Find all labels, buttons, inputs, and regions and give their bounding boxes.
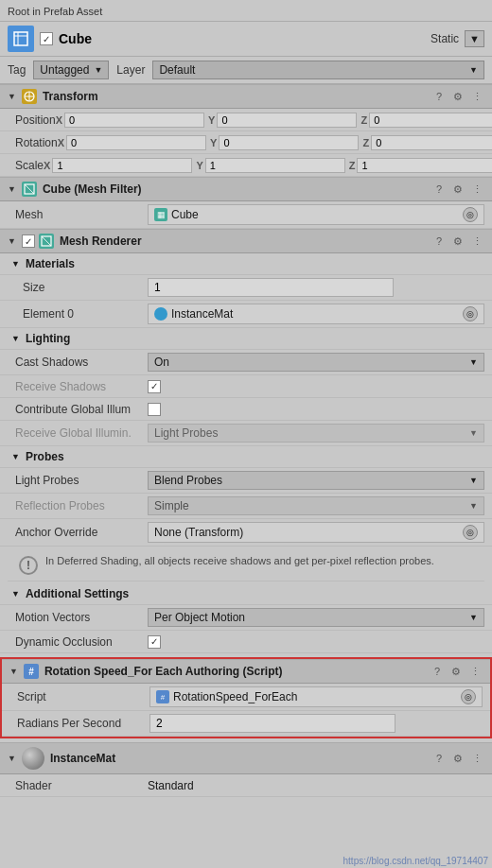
mesh-renderer-enabled-checkbox[interactable] bbox=[22, 234, 35, 248]
size-input[interactable]: 1 bbox=[148, 278, 394, 297]
mesh-renderer-icons: ? ⚙ ⋮ bbox=[431, 234, 484, 249]
script-row: Script # RotationSpeed_ForEach ◎ bbox=[2, 684, 490, 711]
contrib-global-checkbox[interactable] bbox=[148, 403, 161, 416]
transform-settings-icon[interactable]: ⚙ bbox=[450, 89, 466, 104]
sca-y-axis: Y bbox=[196, 160, 202, 171]
cast-shadows-value: On bbox=[154, 356, 169, 369]
material-sphere-icon bbox=[22, 747, 44, 770]
mesh-renderer-settings-icon[interactable]: ⚙ bbox=[450, 234, 466, 249]
scale-fields: X 1 Y 1 Z 1 bbox=[44, 158, 492, 173]
top-bar: Root in Prefab Asset bbox=[0, 0, 492, 22]
anchor-override-value: None (Transform) bbox=[154, 526, 243, 539]
scale-y-field: Y 1 bbox=[196, 158, 344, 173]
element0-select-button[interactable]: ◎ bbox=[463, 306, 478, 321]
receive-global-dropdown[interactable]: Light Probes ▼ bbox=[148, 424, 484, 443]
script-select-button[interactable]: ◎ bbox=[461, 689, 476, 704]
transform-more-icon[interactable]: ⋮ bbox=[469, 89, 484, 104]
dynamic-occlusion-checkbox[interactable] bbox=[148, 635, 161, 649]
rotation-fields: X 0 Y 0 Z 0 bbox=[58, 135, 492, 150]
layer-dropdown[interactable]: Default ▼ bbox=[152, 61, 484, 79]
reflection-probes-dropdown[interactable]: Simple ▼ bbox=[148, 496, 484, 515]
pos-x-input[interactable]: 0 bbox=[64, 113, 204, 128]
material-icons: ? ⚙ ⋮ bbox=[431, 751, 484, 766]
script-icon: # bbox=[24, 664, 39, 679]
transform-help-icon[interactable]: ? bbox=[431, 89, 447, 104]
element0-icon bbox=[154, 307, 167, 321]
svg-rect-0 bbox=[14, 32, 27, 45]
mesh-renderer-section-header[interactable]: ▼ Mesh Renderer ? ⚙ ⋮ bbox=[0, 229, 492, 253]
transform-icons: ? ⚙ ⋮ bbox=[431, 89, 484, 104]
material-settings-icon[interactable]: ⚙ bbox=[450, 751, 466, 766]
contrib-global-label: Contribute Global Illum bbox=[15, 403, 148, 416]
mesh-value-icon: ▦ bbox=[154, 208, 167, 221]
tag-arrow-icon: ▼ bbox=[94, 65, 102, 75]
static-dropdown-button[interactable]: ▼ bbox=[465, 30, 484, 47]
script-settings-icon[interactable]: ⚙ bbox=[448, 664, 464, 679]
object-active-checkbox[interactable] bbox=[40, 32, 53, 45]
receive-shadows-checkbox[interactable] bbox=[148, 380, 161, 393]
mesh-select-button[interactable]: ◎ bbox=[463, 207, 478, 222]
static-label: Static bbox=[430, 32, 459, 45]
scale-row: Scale X 1 Y 1 Z 1 bbox=[0, 154, 492, 177]
pos-y-input[interactable]: 0 bbox=[217, 113, 357, 128]
probes-sub-header[interactable]: ▼ Probes bbox=[0, 446, 492, 468]
light-probes-row: Light Probes Blend Probes ▼ bbox=[0, 468, 492, 494]
script-help-icon[interactable]: ? bbox=[430, 664, 445, 679]
size-row: Size 1 bbox=[0, 275, 492, 301]
size-label: Size bbox=[15, 281, 148, 294]
cast-shadows-row: Cast Shadows On ▼ bbox=[0, 350, 492, 375]
radians-row: Radians Per Second 2 bbox=[2, 711, 490, 737]
cast-shadows-label: Cast Shadows bbox=[15, 356, 148, 369]
receive-global-arrow-icon: ▼ bbox=[469, 428, 478, 438]
sca-y-input[interactable]: 1 bbox=[205, 158, 345, 173]
position-fields: X 0 Y 0 Z 0 bbox=[56, 113, 492, 128]
additional-settings-sub-header[interactable]: ▼ Additional Settings bbox=[0, 583, 492, 605]
script-more-icon[interactable]: ⋮ bbox=[467, 664, 483, 679]
light-probes-label: Light Probes bbox=[15, 474, 148, 487]
light-probes-dropdown[interactable]: Blend Probes ▼ bbox=[148, 471, 484, 490]
script-section-header[interactable]: ▼ # Rotation Speed_For Each Authoring (S… bbox=[2, 659, 490, 684]
tag-dropdown[interactable]: Untagged ▼ bbox=[33, 61, 109, 79]
cast-shadows-dropdown[interactable]: On ▼ bbox=[148, 353, 484, 372]
reflection-probes-row: Reflection Probes Simple ▼ bbox=[0, 494, 492, 519]
receive-global-row: Receive Global Illumin. Light Probes ▼ bbox=[0, 421, 492, 446]
sca-z-input[interactable]: 1 bbox=[357, 158, 492, 173]
anchor-override-select-button[interactable]: ◎ bbox=[463, 525, 478, 540]
mesh-filter-section-header[interactable]: ▼ Cube (Mesh Filter) ? ⚙ ⋮ bbox=[0, 177, 492, 201]
tag-layer-row: Tag Untagged ▼ Layer Default ▼ bbox=[0, 57, 492, 84]
contrib-global-row: Contribute Global Illum bbox=[0, 398, 492, 421]
mesh-row: Mesh ▦ Cube ◎ bbox=[0, 201, 492, 229]
rot-x-input[interactable]: 0 bbox=[66, 135, 206, 150]
rotation-row: Rotation X 0 Y 0 Z 0 bbox=[0, 131, 492, 154]
mesh-renderer-help-icon[interactable]: ? bbox=[431, 234, 447, 249]
material-section-header[interactable]: ▼ InstanceMat ? ⚙ ⋮ bbox=[0, 742, 492, 774]
additional-collapse-icon: ▼ bbox=[11, 589, 20, 599]
materials-sub-header[interactable]: ▼ Materials bbox=[0, 253, 492, 275]
rotation-z-field: Z 0 bbox=[362, 135, 492, 150]
mesh-filter-settings-icon[interactable]: ⚙ bbox=[450, 182, 466, 197]
position-x-field: X 0 bbox=[56, 113, 204, 128]
motion-vectors-dropdown[interactable]: Per Object Motion ▼ bbox=[148, 608, 484, 627]
transform-section-header[interactable]: ▼ Transform ? ⚙ ⋮ bbox=[0, 84, 492, 109]
mesh-renderer-more-icon[interactable]: ⋮ bbox=[469, 234, 484, 249]
sca-x-input[interactable]: 1 bbox=[52, 158, 192, 173]
material-help-icon[interactable]: ? bbox=[431, 751, 447, 766]
mesh-renderer-title: Mesh Renderer bbox=[60, 234, 426, 248]
mesh-renderer-check-group bbox=[22, 234, 54, 249]
rot-z-axis: Z bbox=[362, 137, 369, 148]
pos-z-input[interactable]: 0 bbox=[369, 113, 492, 128]
mesh-filter-more-icon[interactable]: ⋮ bbox=[469, 182, 484, 197]
object-name-input[interactable]: Cube bbox=[59, 31, 425, 46]
mesh-filter-help-icon[interactable]: ? bbox=[431, 182, 447, 197]
svg-line-9 bbox=[42, 236, 51, 246]
material-more-icon[interactable]: ⋮ bbox=[469, 751, 484, 766]
mesh-renderer-collapse-icon: ▼ bbox=[8, 236, 16, 246]
mesh-filter-collapse-icon: ▼ bbox=[8, 184, 16, 194]
info-icon: ! bbox=[19, 556, 38, 575]
radians-input[interactable]: 2 bbox=[149, 714, 395, 733]
watermark: https://blog.csdn.net/qq_19714407 bbox=[343, 856, 488, 866]
lighting-sub-header[interactable]: ▼ Lighting bbox=[0, 328, 492, 350]
lighting-title: Lighting bbox=[26, 332, 70, 345]
rot-y-input[interactable]: 0 bbox=[219, 135, 359, 150]
rot-z-input[interactable]: 0 bbox=[371, 135, 492, 150]
